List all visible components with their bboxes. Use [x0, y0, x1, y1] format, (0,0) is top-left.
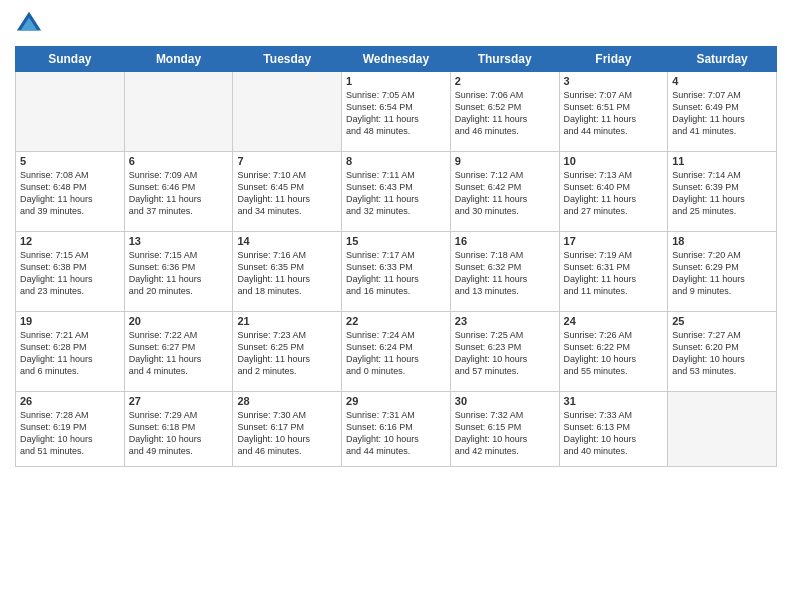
day-info: Sunrise: 7:16 AM Sunset: 6:35 PM Dayligh…	[237, 249, 337, 298]
calendar-cell: 11Sunrise: 7:14 AM Sunset: 6:39 PM Dayli…	[668, 152, 777, 232]
calendar-cell: 18Sunrise: 7:20 AM Sunset: 6:29 PM Dayli…	[668, 232, 777, 312]
day-info: Sunrise: 7:29 AM Sunset: 6:18 PM Dayligh…	[129, 409, 229, 458]
day-info: Sunrise: 7:28 AM Sunset: 6:19 PM Dayligh…	[20, 409, 120, 458]
day-info: Sunrise: 7:18 AM Sunset: 6:32 PM Dayligh…	[455, 249, 555, 298]
calendar-cell	[668, 392, 777, 467]
day-number: 2	[455, 75, 555, 87]
day-number: 10	[564, 155, 664, 167]
calendar-cell: 23Sunrise: 7:25 AM Sunset: 6:23 PM Dayli…	[450, 312, 559, 392]
day-number: 25	[672, 315, 772, 327]
day-info: Sunrise: 7:12 AM Sunset: 6:42 PM Dayligh…	[455, 169, 555, 218]
calendar-cell: 19Sunrise: 7:21 AM Sunset: 6:28 PM Dayli…	[16, 312, 125, 392]
calendar-body: 1Sunrise: 7:05 AM Sunset: 6:54 PM Daylig…	[16, 72, 777, 467]
day-number: 23	[455, 315, 555, 327]
calendar-cell: 12Sunrise: 7:15 AM Sunset: 6:38 PM Dayli…	[16, 232, 125, 312]
calendar-cell	[16, 72, 125, 152]
week-row-3: 12Sunrise: 7:15 AM Sunset: 6:38 PM Dayli…	[16, 232, 777, 312]
header-row: SundayMondayTuesdayWednesdayThursdayFrid…	[16, 47, 777, 72]
day-number: 17	[564, 235, 664, 247]
day-number: 8	[346, 155, 446, 167]
day-info: Sunrise: 7:19 AM Sunset: 6:31 PM Dayligh…	[564, 249, 664, 298]
col-header-wednesday: Wednesday	[342, 47, 451, 72]
day-number: 29	[346, 395, 446, 407]
day-info: Sunrise: 7:31 AM Sunset: 6:16 PM Dayligh…	[346, 409, 446, 458]
day-info: Sunrise: 7:33 AM Sunset: 6:13 PM Dayligh…	[564, 409, 664, 458]
day-number: 13	[129, 235, 229, 247]
calendar-cell: 10Sunrise: 7:13 AM Sunset: 6:40 PM Dayli…	[559, 152, 668, 232]
day-number: 15	[346, 235, 446, 247]
col-header-friday: Friday	[559, 47, 668, 72]
day-number: 26	[20, 395, 120, 407]
calendar-cell: 7Sunrise: 7:10 AM Sunset: 6:45 PM Daylig…	[233, 152, 342, 232]
calendar-cell	[124, 72, 233, 152]
calendar-cell: 14Sunrise: 7:16 AM Sunset: 6:35 PM Dayli…	[233, 232, 342, 312]
day-info: Sunrise: 7:08 AM Sunset: 6:48 PM Dayligh…	[20, 169, 120, 218]
logo	[15, 10, 47, 38]
day-info: Sunrise: 7:26 AM Sunset: 6:22 PM Dayligh…	[564, 329, 664, 378]
calendar-cell: 26Sunrise: 7:28 AM Sunset: 6:19 PM Dayli…	[16, 392, 125, 467]
col-header-saturday: Saturday	[668, 47, 777, 72]
day-info: Sunrise: 7:32 AM Sunset: 6:15 PM Dayligh…	[455, 409, 555, 458]
calendar-cell: 2Sunrise: 7:06 AM Sunset: 6:52 PM Daylig…	[450, 72, 559, 152]
day-info: Sunrise: 7:27 AM Sunset: 6:20 PM Dayligh…	[672, 329, 772, 378]
day-info: Sunrise: 7:06 AM Sunset: 6:52 PM Dayligh…	[455, 89, 555, 138]
day-info: Sunrise: 7:21 AM Sunset: 6:28 PM Dayligh…	[20, 329, 120, 378]
day-number: 1	[346, 75, 446, 87]
calendar-cell: 31Sunrise: 7:33 AM Sunset: 6:13 PM Dayli…	[559, 392, 668, 467]
calendar-cell: 16Sunrise: 7:18 AM Sunset: 6:32 PM Dayli…	[450, 232, 559, 312]
col-header-monday: Monday	[124, 47, 233, 72]
calendar-cell: 3Sunrise: 7:07 AM Sunset: 6:51 PM Daylig…	[559, 72, 668, 152]
logo-icon	[15, 10, 43, 38]
col-header-thursday: Thursday	[450, 47, 559, 72]
week-row-5: 26Sunrise: 7:28 AM Sunset: 6:19 PM Dayli…	[16, 392, 777, 467]
calendar: SundayMondayTuesdayWednesdayThursdayFrid…	[15, 46, 777, 467]
day-number: 28	[237, 395, 337, 407]
day-number: 5	[20, 155, 120, 167]
calendar-cell	[233, 72, 342, 152]
day-number: 20	[129, 315, 229, 327]
day-number: 19	[20, 315, 120, 327]
day-info: Sunrise: 7:13 AM Sunset: 6:40 PM Dayligh…	[564, 169, 664, 218]
calendar-cell: 20Sunrise: 7:22 AM Sunset: 6:27 PM Dayli…	[124, 312, 233, 392]
calendar-cell: 29Sunrise: 7:31 AM Sunset: 6:16 PM Dayli…	[342, 392, 451, 467]
day-number: 21	[237, 315, 337, 327]
week-row-2: 5Sunrise: 7:08 AM Sunset: 6:48 PM Daylig…	[16, 152, 777, 232]
page: SundayMondayTuesdayWednesdayThursdayFrid…	[0, 0, 792, 612]
day-number: 30	[455, 395, 555, 407]
week-row-4: 19Sunrise: 7:21 AM Sunset: 6:28 PM Dayli…	[16, 312, 777, 392]
day-number: 3	[564, 75, 664, 87]
col-header-tuesday: Tuesday	[233, 47, 342, 72]
day-info: Sunrise: 7:07 AM Sunset: 6:51 PM Dayligh…	[564, 89, 664, 138]
day-number: 7	[237, 155, 337, 167]
day-info: Sunrise: 7:14 AM Sunset: 6:39 PM Dayligh…	[672, 169, 772, 218]
calendar-cell: 4Sunrise: 7:07 AM Sunset: 6:49 PM Daylig…	[668, 72, 777, 152]
calendar-cell: 15Sunrise: 7:17 AM Sunset: 6:33 PM Dayli…	[342, 232, 451, 312]
calendar-cell: 21Sunrise: 7:23 AM Sunset: 6:25 PM Dayli…	[233, 312, 342, 392]
week-row-1: 1Sunrise: 7:05 AM Sunset: 6:54 PM Daylig…	[16, 72, 777, 152]
day-number: 22	[346, 315, 446, 327]
calendar-header: SundayMondayTuesdayWednesdayThursdayFrid…	[16, 47, 777, 72]
day-info: Sunrise: 7:05 AM Sunset: 6:54 PM Dayligh…	[346, 89, 446, 138]
day-number: 9	[455, 155, 555, 167]
day-info: Sunrise: 7:10 AM Sunset: 6:45 PM Dayligh…	[237, 169, 337, 218]
day-info: Sunrise: 7:07 AM Sunset: 6:49 PM Dayligh…	[672, 89, 772, 138]
calendar-cell: 25Sunrise: 7:27 AM Sunset: 6:20 PM Dayli…	[668, 312, 777, 392]
day-info: Sunrise: 7:20 AM Sunset: 6:29 PM Dayligh…	[672, 249, 772, 298]
day-number: 27	[129, 395, 229, 407]
calendar-cell: 17Sunrise: 7:19 AM Sunset: 6:31 PM Dayli…	[559, 232, 668, 312]
day-info: Sunrise: 7:15 AM Sunset: 6:36 PM Dayligh…	[129, 249, 229, 298]
day-number: 31	[564, 395, 664, 407]
day-info: Sunrise: 7:30 AM Sunset: 6:17 PM Dayligh…	[237, 409, 337, 458]
col-header-sunday: Sunday	[16, 47, 125, 72]
day-info: Sunrise: 7:09 AM Sunset: 6:46 PM Dayligh…	[129, 169, 229, 218]
calendar-cell: 6Sunrise: 7:09 AM Sunset: 6:46 PM Daylig…	[124, 152, 233, 232]
calendar-cell: 22Sunrise: 7:24 AM Sunset: 6:24 PM Dayli…	[342, 312, 451, 392]
calendar-cell: 24Sunrise: 7:26 AM Sunset: 6:22 PM Dayli…	[559, 312, 668, 392]
day-number: 18	[672, 235, 772, 247]
day-number: 6	[129, 155, 229, 167]
day-info: Sunrise: 7:22 AM Sunset: 6:27 PM Dayligh…	[129, 329, 229, 378]
day-number: 14	[237, 235, 337, 247]
day-number: 4	[672, 75, 772, 87]
header	[15, 10, 777, 38]
calendar-cell: 30Sunrise: 7:32 AM Sunset: 6:15 PM Dayli…	[450, 392, 559, 467]
